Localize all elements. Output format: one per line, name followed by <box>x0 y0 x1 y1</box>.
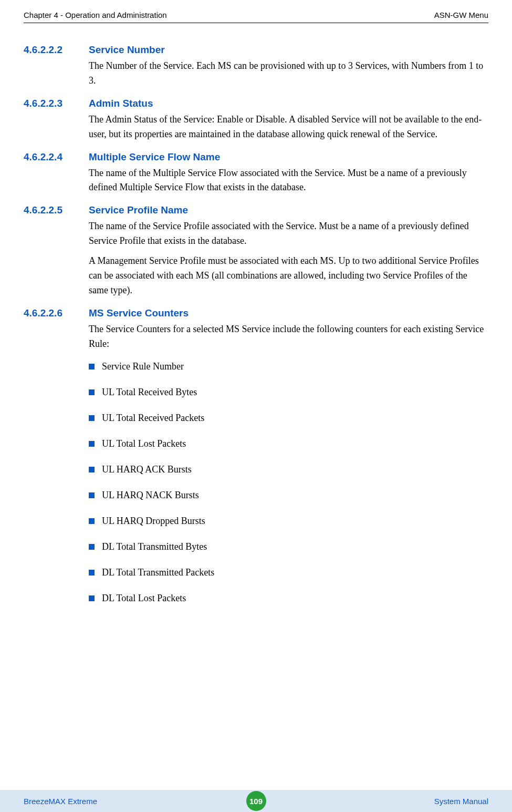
section-service-profile-name: 4.6.2.2.5 Service Profile Name The name … <box>24 204 488 297</box>
section-title: Multiple Service Flow Name <box>89 151 220 163</box>
list-item-text: DL Total Transmitted Bytes <box>102 541 207 552</box>
section-heading: 4.6.2.2.6 MS Service Counters <box>24 307 488 319</box>
section-service-number: 4.6.2.2.2 Service Number The Number of t… <box>24 44 488 88</box>
section-number: 4.6.2.2.6 <box>24 307 89 319</box>
page-header: Chapter 4 - Operation and Administration… <box>24 11 488 23</box>
section-title: MS Service Counters <box>89 307 189 319</box>
page-container: Chapter 4 - Operation and Administration… <box>0 0 512 604</box>
list-item-text: Service Rule Number <box>102 361 184 372</box>
square-bullet-icon <box>89 518 95 524</box>
square-bullet-icon <box>89 467 95 472</box>
section-number: 4.6.2.2.3 <box>24 98 89 109</box>
list-item-text: DL Total Transmitted Packets <box>102 567 214 578</box>
list-item: UL Total Received Packets <box>89 413 488 424</box>
page-number-badge: 109 <box>246 791 266 811</box>
section-number: 4.6.2.2.4 <box>24 151 89 163</box>
section-multiple-service-flow-name: 4.6.2.2.4 Multiple Service Flow Name The… <box>24 151 488 196</box>
square-bullet-icon <box>89 415 95 421</box>
header-right: ASN-GW Menu <box>434 11 488 19</box>
list-item: DL Total Transmitted Bytes <box>89 541 488 552</box>
list-item-text: UL Total Received Packets <box>102 413 204 424</box>
square-bullet-icon <box>89 441 95 447</box>
square-bullet-icon <box>89 570 95 575</box>
list-item: UL HARQ Dropped Bursts <box>89 516 488 527</box>
section-title: Service Number <box>89 44 165 56</box>
list-item-text: UL Total Lost Packets <box>102 438 186 449</box>
footer-left: BreezeMAX Extreme <box>24 797 97 806</box>
section-number: 4.6.2.2.2 <box>24 44 89 56</box>
section-paragraph: The Number of the Service. Each MS can b… <box>89 59 488 88</box>
section-ms-service-counters: 4.6.2.2.6 MS Service Counters The Servic… <box>24 307 488 604</box>
section-paragraph: The name of the Multiple Service Flow as… <box>89 166 488 196</box>
section-paragraph: The Admin Status of the Service: Enable … <box>89 112 488 142</box>
section-paragraph: A Management Service Profile must be ass… <box>89 254 488 298</box>
list-item: UL HARQ ACK Bursts <box>89 464 488 475</box>
footer-right: System Manual <box>434 797 488 806</box>
list-item: DL Total Transmitted Packets <box>89 567 488 578</box>
section-heading: 4.6.2.2.3 Admin Status <box>24 98 488 109</box>
list-item: DL Total Lost Packets <box>89 593 488 604</box>
list-item: Service Rule Number <box>89 361 488 372</box>
section-paragraph: The name of the Service Profile associat… <box>89 219 488 249</box>
square-bullet-icon <box>89 544 95 550</box>
list-item: UL Total Received Bytes <box>89 387 488 398</box>
list-item-text: UL HARQ NACK Bursts <box>102 490 199 501</box>
list-item-text: UL HARQ ACK Bursts <box>102 464 192 475</box>
header-left: Chapter 4 - Operation and Administration <box>24 11 167 19</box>
bullet-list: Service Rule Number UL Total Received By… <box>89 361 488 604</box>
square-bullet-icon <box>89 492 95 498</box>
section-heading: 4.6.2.2.2 Service Number <box>24 44 488 56</box>
section-paragraph: The Service Counters for a selected MS S… <box>89 322 488 352</box>
list-item: UL HARQ NACK Bursts <box>89 490 488 501</box>
list-item-text: DL Total Lost Packets <box>102 593 186 604</box>
section-title: Admin Status <box>89 98 153 109</box>
section-number: 4.6.2.2.5 <box>24 204 89 216</box>
section-admin-status: 4.6.2.2.3 Admin Status The Admin Status … <box>24 98 488 142</box>
section-heading: 4.6.2.2.5 Service Profile Name <box>24 204 488 216</box>
section-heading: 4.6.2.2.4 Multiple Service Flow Name <box>24 151 488 163</box>
square-bullet-icon <box>89 364 95 369</box>
list-item-text: UL Total Received Bytes <box>102 387 197 398</box>
list-item-text: UL HARQ Dropped Bursts <box>102 516 205 527</box>
square-bullet-icon <box>89 389 95 395</box>
square-bullet-icon <box>89 595 95 601</box>
section-title: Service Profile Name <box>89 204 188 216</box>
page-footer: BreezeMAX Extreme 109 System Manual <box>0 790 512 812</box>
list-item: UL Total Lost Packets <box>89 438 488 449</box>
